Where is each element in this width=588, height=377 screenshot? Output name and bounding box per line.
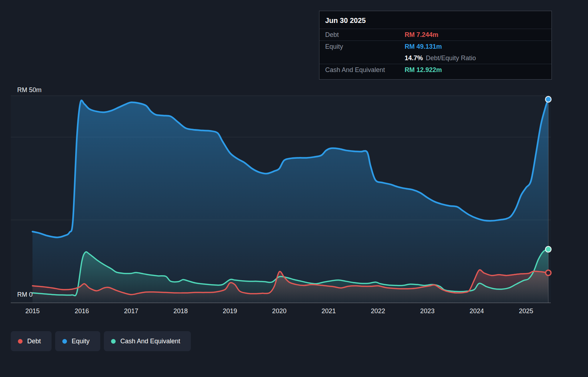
y-axis-label-zero: RM 0 [17, 291, 33, 299]
x-axis-label: 2022 [371, 307, 385, 315]
x-axis-label: 2025 [519, 307, 533, 315]
tooltip: Jun 30 2025 Debt RM 7.244m Equity RM 49.… [319, 11, 552, 80]
x-axis-label: 2019 [223, 307, 237, 315]
tooltip-date: Jun 30 2025 [319, 11, 551, 29]
y-axis-label-top: RM 50m [17, 86, 42, 94]
tooltip-ratio-value: 14.7% [405, 54, 423, 62]
tooltip-equity-value: RM 49.131m [405, 43, 442, 51]
tooltip-ratio-label: Debt/Equity Ratio [426, 54, 476, 62]
equity-dot-icon [62, 339, 67, 344]
legend-item-equity-label: Equity [72, 338, 90, 345]
x-axis-label: 2021 [322, 307, 336, 315]
tooltip-cash-label: Cash And Equivalent [325, 66, 405, 74]
debt-marker [546, 270, 551, 276]
cash-dot-icon [111, 339, 116, 344]
tooltip-equity-row: Equity RM 49.131m [319, 41, 551, 52]
legend-item-cash[interactable]: Cash And Equivalent [104, 331, 191, 351]
x-axis-label: 2020 [272, 307, 286, 315]
x-axis-label: 2017 [124, 307, 138, 315]
tooltip-debt-label: Debt [325, 31, 405, 39]
tooltip-equity-label: Equity [325, 43, 405, 51]
tooltip-ratio-value-wrap: 14.7%Debt/Equity Ratio [405, 54, 476, 62]
tooltip-cash-value: RM 12.922m [405, 66, 442, 74]
legend-item-debt-label: Debt [27, 338, 41, 345]
tooltip-ratio-row: 14.7%Debt/Equity Ratio [319, 52, 551, 64]
legend: Debt Equity Cash And Equivalent [11, 331, 191, 351]
x-axis-label: 2015 [25, 307, 40, 315]
legend-item-equity[interactable]: Equity [55, 331, 100, 351]
tooltip-cash-row: Cash And Equivalent RM 12.922m [319, 64, 551, 76]
debt-dot-icon [18, 339, 23, 344]
x-axis: 2015201620172018201920202021202220232024… [0, 307, 588, 318]
legend-item-cash-label: Cash And Equivalent [120, 338, 180, 345]
x-axis-label: 2024 [469, 307, 484, 315]
legend-item-debt[interactable]: Debt [11, 331, 52, 351]
x-axis-label: 2018 [173, 307, 188, 315]
x-axis-label: 2016 [74, 307, 89, 315]
tooltip-debt-row: Debt RM 7.244m [319, 29, 551, 41]
x-axis-label: 2023 [420, 307, 434, 315]
equity-marker [545, 96, 551, 102]
cash-and-equivalent-marker [545, 247, 551, 252]
tooltip-debt-value: RM 7.244m [405, 31, 438, 39]
